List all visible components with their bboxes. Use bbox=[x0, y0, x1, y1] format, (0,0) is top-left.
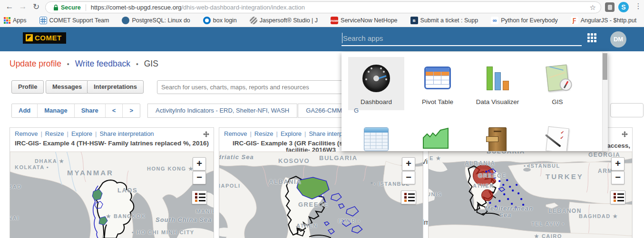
bookmark-servicenow[interactable]: now ServiceNow NetHope bbox=[331, 17, 398, 24]
refresh-icon[interactable]: ↻ bbox=[30, 2, 42, 12]
write-feedback-link[interactable]: Write feedback bbox=[75, 59, 130, 68]
avatar[interactable]: DM bbox=[610, 31, 626, 48]
browser-toolbar: ← → ↻ Secure https://comet-sb-upgd.rescu… bbox=[0, 0, 644, 14]
tab-text-fragment: G bbox=[354, 107, 359, 114]
map-label: Mediterranean bbox=[485, 205, 533, 212]
map-label: LAOS bbox=[117, 187, 137, 194]
app-tile-dashboard[interactable]: Dashboard bbox=[348, 57, 404, 110]
url-path: /dhis-web-dashboard-integration/index.ac… bbox=[181, 4, 304, 11]
zoom-in-button[interactable]: + bbox=[611, 157, 624, 171]
event-reports-icon[interactable] bbox=[361, 127, 391, 151]
interpretations-button[interactable]: Interpretations bbox=[87, 80, 144, 94]
share-button[interactable]: Share bbox=[75, 104, 106, 117]
zoom-in-button[interactable]: + bbox=[193, 157, 206, 171]
jaspersoft-icon bbox=[250, 17, 257, 24]
layers-button[interactable] bbox=[610, 190, 625, 204]
zoom-out-button[interactable]: − bbox=[611, 171, 624, 184]
zoom-out-button[interactable]: − bbox=[402, 171, 415, 184]
map-label: ★ BANGKOK bbox=[106, 213, 146, 219]
map-label: E ★ bbox=[429, 155, 441, 162]
search-apps-field[interactable] bbox=[342, 31, 582, 46]
update-profile-link[interactable]: Update profile bbox=[10, 59, 61, 68]
bookmark-comet-support[interactable]: COMET Support Team bbox=[39, 17, 109, 24]
table-grid-icon bbox=[39, 17, 47, 24]
forward-icon[interactable]: → bbox=[17, 2, 29, 11]
messages-button[interactable]: Messages bbox=[46, 80, 88, 94]
dashboard-actions: Add Manage Share < > bbox=[11, 104, 140, 118]
move-handle-icon[interactable] bbox=[203, 131, 209, 139]
layers-button[interactable] bbox=[401, 190, 416, 204]
manage-button[interactable]: Manage bbox=[38, 104, 74, 117]
map-label: • HO CHI MINH CITY bbox=[132, 229, 195, 235]
browser-menu-icon[interactable]: ⋮ bbox=[634, 2, 642, 10]
map-label: TURKEY bbox=[546, 172, 584, 181]
app-tile-gis[interactable]: GIS bbox=[529, 57, 585, 110]
postgresql-icon bbox=[122, 17, 129, 24]
map-label: TEL AVIV • bbox=[531, 221, 565, 227]
remove-link[interactable]: Remove bbox=[15, 130, 38, 137]
map-greece-facilities[interactable]: driatic Sea KOSOVO BULGARIA ALBANIA NAPO… bbox=[219, 152, 423, 238]
zoom-out-button[interactable]: − bbox=[193, 171, 206, 184]
apps-dropdown-menu: Dashboard Pivot Table Data bbox=[342, 52, 608, 151]
map-label: NAPOLI bbox=[219, 183, 241, 189]
map-label: BAD bbox=[10, 184, 21, 190]
apps-menu-icon[interactable] bbox=[587, 33, 598, 44]
bullet-separator: • bbox=[67, 60, 69, 68]
bookmark-angularjs[interactable]: Ƒ AngularJS - $http.put bbox=[571, 17, 636, 24]
dashboard-tab-activityinfo[interactable]: ActivityInfo Indicators - ERD, Shelter-N… bbox=[147, 104, 297, 118]
bookmark-jaspersoft[interactable]: Jaspersoft® Studio | J bbox=[250, 17, 318, 24]
bookmark-python-everybody[interactable]: ∞ Python for Everybody bbox=[491, 17, 558, 24]
map-label: GREECE bbox=[298, 201, 329, 208]
map-label: BULGARIA bbox=[487, 152, 525, 155]
map-label: ★ CAIRO bbox=[534, 233, 562, 238]
gis-link[interactable]: GIS bbox=[144, 59, 158, 68]
layers-button[interactable] bbox=[192, 190, 207, 204]
url-host: https://comet-sb-upgd.rescue.org bbox=[91, 4, 182, 11]
map-label: KOLKATA • bbox=[15, 164, 49, 170]
zoom-in-button[interactable]: + bbox=[402, 157, 415, 171]
map-greece-water-access[interactable]: BULGARIA GEORGIA E ★ ALBANIA • ISTANBUL … bbox=[429, 152, 632, 238]
map-title: IRC-GIS- Example 4 (TH-HSW- Family latri… bbox=[10, 140, 214, 147]
map-label: ALBANIA bbox=[269, 178, 302, 185]
move-handle-icon[interactable] bbox=[622, 131, 628, 139]
padlock-icon bbox=[53, 4, 59, 11]
map-label: MYANMAR bbox=[67, 169, 114, 177]
add-button[interactable]: Add bbox=[12, 104, 38, 117]
bookmark-star-icon[interactable]: ☆ bbox=[590, 3, 596, 12]
prev-dashboard-button[interactable]: < bbox=[106, 104, 123, 117]
data-entry-cabinet-icon[interactable] bbox=[482, 127, 513, 151]
resize-link[interactable]: Resize bbox=[45, 130, 64, 137]
bookmark-postgresql[interactable]: PostgreSQL: Linux do bbox=[122, 17, 190, 24]
profile-button[interactable]: Profile bbox=[11, 80, 44, 94]
map-thailand[interactable]: DHAKA ★ KOLKATA • MYANMAR LAOS HONG KONG… bbox=[10, 152, 214, 238]
dropdown-scrollbar[interactable] bbox=[602, 52, 608, 151]
app-tile-pivot-table[interactable]: Pivot Table bbox=[410, 57, 466, 110]
search-apps-input[interactable] bbox=[342, 31, 582, 45]
secure-label: Secure bbox=[61, 4, 81, 11]
scrollbar-thumb[interactable] bbox=[603, 53, 607, 80]
bookmark-apps[interactable]: Apps bbox=[4, 17, 27, 24]
global-search-input[interactable] bbox=[157, 80, 344, 94]
app-header: COMET DM bbox=[0, 27, 644, 51]
skype-icon[interactable]: S bbox=[618, 2, 629, 12]
share-interpretation-link[interactable]: Share interpretation bbox=[99, 130, 154, 137]
bookmark-submit-ticket[interactable]: B Submit a ticket : Supp bbox=[410, 17, 478, 24]
next-dashboard-button[interactable]: > bbox=[123, 104, 140, 117]
app-tile-data-visualizer[interactable]: Data Visualizer bbox=[469, 57, 526, 110]
url-bar[interactable]: Secure https://comet-sb-upgd.rescue.org … bbox=[45, 1, 601, 13]
extension-icon[interactable] bbox=[605, 2, 615, 12]
comet-logo[interactable]: COMET bbox=[23, 32, 66, 44]
explore-link[interactable]: Explore bbox=[281, 130, 302, 137]
screen: ← → ↻ Secure https://comet-sb-upgd.rescu… bbox=[0, 0, 644, 238]
remove-link[interactable]: Remove bbox=[224, 130, 247, 137]
map-label: MANIL bbox=[196, 209, 214, 214]
map-label: driatic Sea bbox=[219, 153, 254, 161]
dashboard-name-input[interactable] bbox=[610, 103, 644, 117]
back-icon[interactable]: ← bbox=[4, 2, 15, 11]
event-capture-note-icon[interactable]: ✓✓ bbox=[542, 127, 573, 151]
explore-link[interactable]: Explore bbox=[71, 130, 92, 137]
bookmark-box-login[interactable]: box login bbox=[203, 17, 237, 24]
event-visualizer-icon[interactable] bbox=[422, 127, 453, 151]
map-label: UNIS bbox=[429, 191, 442, 197]
resize-link[interactable]: Resize bbox=[254, 130, 273, 137]
